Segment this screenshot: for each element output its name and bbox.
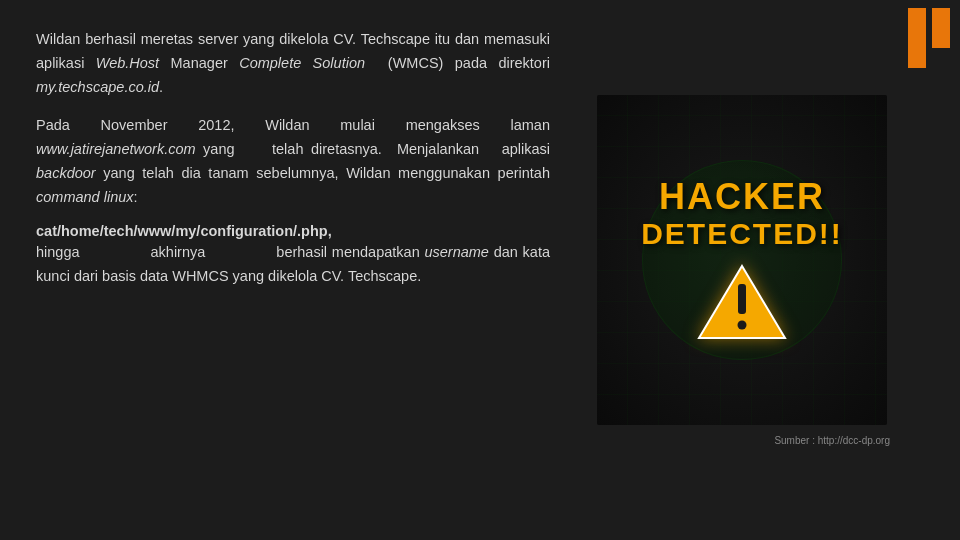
- code-line: cat/home/tech/www/my/configuration/.php,: [36, 223, 550, 239]
- source-text: Sumber : http://dcc-dp.org: [590, 435, 894, 446]
- paragraph-1: Wildan berhasil meretas server yang dike…: [36, 28, 550, 100]
- svg-point-2: [738, 320, 747, 329]
- hacker-text-block: HACKER DETECTED!!: [641, 177, 843, 342]
- image-panel: HACKER DETECTED!! Sumber : http://dcc-dp…: [580, 0, 910, 540]
- accent-bar-1: [908, 8, 926, 68]
- main-container: Wildan berhasil meretas server yang dike…: [0, 0, 960, 540]
- svg-rect-1: [738, 284, 746, 314]
- hacker-label: HACKER: [641, 177, 843, 217]
- text-panel: Wildan berhasil meretas server yang dike…: [0, 0, 580, 540]
- detected-label: DETECTED!!: [641, 217, 843, 250]
- accent-bar-2: [932, 8, 950, 48]
- warning-triangle: [641, 262, 843, 342]
- paragraph-3: hingga akhirnya berhasil mendapatkan use…: [36, 241, 550, 289]
- paragraph-2: Pada November 2012, Wildan mulai mengaks…: [36, 114, 550, 210]
- accent-decoration: [908, 0, 960, 68]
- hacker-background: HACKER DETECTED!!: [597, 95, 887, 425]
- hacker-detected-image: HACKER DETECTED!!: [597, 95, 887, 425]
